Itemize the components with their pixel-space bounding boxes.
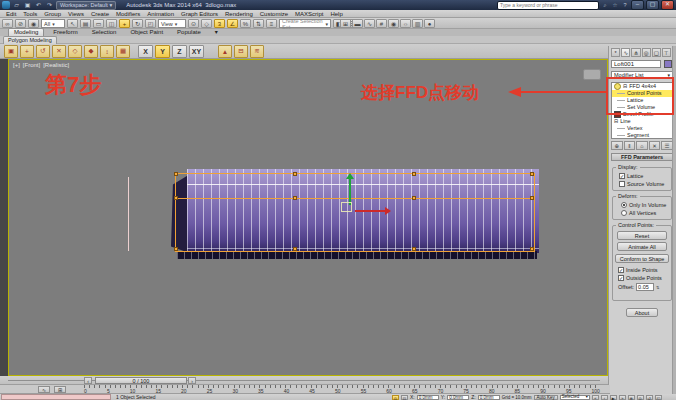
viewcube[interactable] [583,69,601,80]
viewport-front[interactable]: [+] [Front] [Realistic] 第7步 选择FFD点移动 [8,59,608,376]
menu-views[interactable]: Views [68,11,84,17]
utilities-tab-icon[interactable]: ⊤ [662,48,671,57]
track-bar[interactable]: ∿ ⊞ 05 1015 2025 3035 4045 5055 6065 707… [0,385,610,394]
redo-icon[interactable]: ↷ [45,1,54,9]
maximize-button[interactable]: ▢ [646,0,659,10]
viewport-menu-shading[interactable]: [Realistic] [43,62,69,68]
ribbon-toggle-icon[interactable]: ▬ [352,19,363,28]
stack-item-line[interactable]: ⊟Line [612,118,672,125]
ffd-control-point[interactable] [530,172,534,176]
maxscript-mini-listener[interactable] [1,394,111,400]
ffd-lattice[interactable] [175,173,535,252]
ffd-control-point[interactable] [293,247,297,251]
x-coord-field[interactable]: 0.0mm [417,395,439,400]
viewport-menu-plus[interactable]: [+] [13,62,20,68]
ribbon-tab-object-paint[interactable]: Object Paint [125,29,168,36]
key-filter-dropdown[interactable]: Selected▾ [560,395,590,400]
loft-profile-spline[interactable] [128,177,129,251]
search-input[interactable]: Type a keyword or phrase [497,1,599,10]
selection-filter-dropdown[interactable]: All▾ [41,19,65,28]
modify-tab-icon[interactable]: ∿ [621,48,630,57]
render-production-icon[interactable]: ● [424,19,435,28]
play-icon[interactable]: ▶ [610,395,617,400]
all-vertices-radio[interactable]: All Vertices [621,209,671,217]
ffd-control-point[interactable] [293,172,297,176]
inside-points-checkbox[interactable]: ✓Inside Points [618,266,671,274]
ffd-control-point[interactable] [293,196,297,200]
z-coord-field[interactable]: 0.0mm [478,395,500,400]
show-end-result-icon[interactable]: ‖ [624,141,636,150]
menu-customize[interactable]: Customize [260,11,288,17]
time-slider-handle[interactable]: 0 / 100 [95,377,187,384]
rectangular-selection-icon[interactable]: ▭ [93,19,104,28]
pin-stack-icon[interactable]: ⊕ [611,141,623,150]
y-coord-field[interactable]: 0.0mm [447,395,469,400]
menu-rendering[interactable]: Rendering [225,11,253,17]
auto-key-button[interactable]: Auto Key [534,395,558,400]
minimize-button[interactable]: – [631,0,644,10]
create-tab-icon[interactable]: * [611,48,620,57]
selection-lock-icon[interactable]: ⊙ [392,395,399,400]
vertex-mode-icon[interactable]: ▣ [4,45,18,58]
ffd-control-point[interactable] [412,172,416,176]
object-name-field[interactable]: Loft001 [611,60,661,68]
make-unique-icon[interactable]: ⌂ [636,141,648,150]
snap-toggle-icon[interactable]: 3 [214,19,225,28]
pan-viewport-icon[interactable]: ⊙ [637,395,644,400]
ribbon-tab-freeform[interactable]: Freeform [48,29,82,36]
menu-maxscript[interactable]: MAXScript [295,11,323,17]
angle-snap-icon[interactable]: ∠ [227,19,238,28]
loop-selection-icon[interactable]: ▦ [116,45,130,58]
polygon-mode-icon[interactable]: ✕ [52,45,66,58]
viewport-menu-view[interactable]: [Front] [23,62,40,68]
ffd-control-point[interactable] [174,196,178,200]
animate-all-button[interactable]: Animate All [617,242,667,251]
menu-animation[interactable]: Animation [147,11,174,17]
ribbon-tab-selection[interactable]: Selection [87,29,122,36]
polygon-modeling-panel-tab[interactable]: Polygon Modeling [3,36,57,44]
window-crossing-icon[interactable]: ◫ [106,19,117,28]
rollout-header-ffd-parameters[interactable]: FFD Parameters [611,153,673,161]
select-and-rotate-icon[interactable]: ↻ [132,19,143,28]
gizmo-x-axis[interactable] [355,210,385,212]
previous-frame-icon[interactable]: ‹ [84,377,92,384]
spinner-arrows-icon[interactable]: ⇅ [656,285,659,290]
reference-coordinate-dropdown[interactable]: View▾ [158,19,186,28]
constrain-z-button[interactable]: Z [172,45,187,58]
remove-modifier-icon[interactable]: ✕ [649,141,661,150]
ffd-control-point[interactable] [174,172,178,176]
use-pivot-center-icon[interactable]: ⊙ [188,19,199,28]
menu-group[interactable]: Group [44,11,61,17]
search-icon[interactable]: ⌕ [601,1,609,9]
ffd-control-point[interactable] [530,247,534,251]
select-and-move-icon[interactable]: + [119,19,130,28]
only-in-volume-radio[interactable]: Only In Volume [621,201,671,209]
select-and-scale-icon[interactable]: ◰ [145,19,156,28]
stack-item-vertex[interactable]: Vertex [612,125,672,132]
spinner-snap-icon[interactable]: ⇅ [253,19,264,28]
zoom-viewport-icon[interactable]: ⊕ [628,395,635,400]
rendered-frame-window-icon[interactable]: ▥ [412,19,423,28]
ribbon-options-icon[interactable]: ▾ [210,29,223,36]
close-button[interactable]: ✕ [661,0,674,10]
select-object-icon[interactable]: ↖ [67,19,78,28]
menu-create[interactable]: Create [91,11,109,17]
go-to-end-icon[interactable]: » [619,395,626,400]
lattice-checkbox[interactable]: ✓Lattice [619,172,671,180]
stack-item-segment[interactable]: Segment [612,132,672,139]
schematic-view-icon[interactable]: # [376,19,387,28]
material-editor-icon[interactable]: ◉ [388,19,399,28]
tweak-tool-icon[interactable]: ≋ [250,45,264,58]
menu-graph-editors[interactable]: Graph Editors [181,11,218,17]
next-frame-icon[interactable]: › [188,377,196,384]
constrain-y-button[interactable]: Y [155,45,170,58]
save-file-icon[interactable]: ▣ [23,1,32,9]
offset-spinner[interactable]: 0.05 [636,283,654,291]
bind-to-space-warp-icon[interactable]: ◉ [28,19,39,28]
select-by-name-icon[interactable]: ▤ [80,19,91,28]
menu-modifiers[interactable]: Modifiers [116,11,140,17]
gizmo-center-handle[interactable] [341,202,352,212]
maximize-viewport-icon[interactable]: ◱ [655,395,662,400]
trackbar-filter-icon[interactable]: ⊞ [54,386,66,393]
orbit-viewport-icon[interactable]: ↺ [646,395,653,400]
